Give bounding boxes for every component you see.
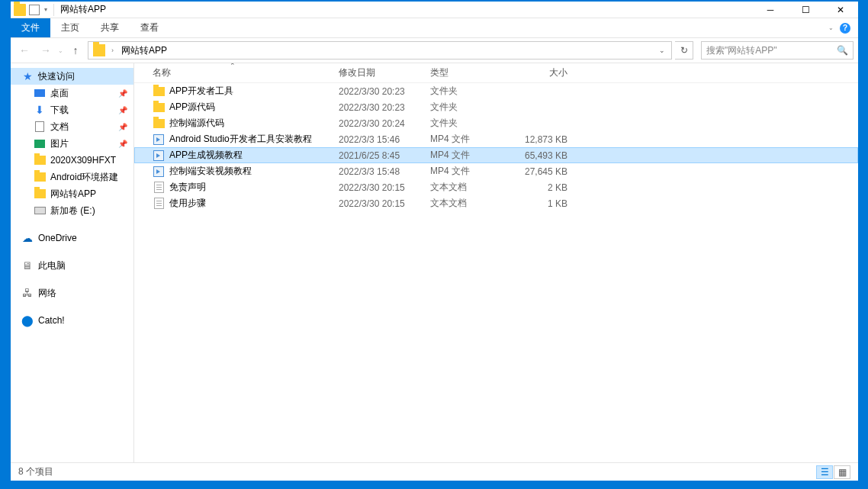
folder-icon: [34, 188, 46, 200]
file-type: 文本文档: [427, 181, 517, 194]
refresh-button[interactable]: ↻: [675, 41, 693, 60]
file-date: 2022/3/30 20:15: [336, 182, 427, 193]
file-name: Android Studio开发者工具安装教程: [169, 133, 312, 146]
file-size: 65,493 KB: [517, 150, 571, 161]
up-button[interactable]: ↑: [66, 41, 85, 60]
chevron-right-icon[interactable]: ›: [108, 47, 117, 54]
file-row[interactable]: 免责声明2022/3/30 20:15文本文档2 KB: [134, 179, 858, 195]
file-date: 2022/3/30 20:23: [336, 102, 427, 113]
address-dropdown-icon[interactable]: ⌄: [654, 47, 670, 54]
item-count: 8 个项目: [18, 465, 53, 478]
catch-icon: ⬤: [21, 314, 34, 327]
breadcrumb[interactable]: › 网站转APP ⌄: [88, 41, 672, 60]
col-date[interactable]: 修改日期: [336, 66, 427, 79]
explorer-window: ▾ 网站转APP ─ ☐ ✕ 文件 主页 共享 查看 ⌄ ? ← → ⌄ ↑ ›…: [9, 0, 860, 482]
file-type: 文本文档: [427, 197, 517, 210]
sidebar-item-desktop[interactable]: 桌面📌: [11, 85, 133, 101]
sidebar-item-downloads[interactable]: ⬇下载📌: [11, 101, 133, 118]
minimize-button[interactable]: ─: [753, 2, 788, 18]
search-placeholder: 搜索"网站转APP": [706, 44, 777, 57]
search-input[interactable]: 搜索"网站转APP" 🔍: [701, 41, 854, 60]
sidebar-thispc[interactable]: 🖥此电脑: [11, 257, 133, 274]
file-row[interactable]: 控制端源代码2022/3/30 20:24文件夹: [134, 115, 858, 131]
folder-icon: [14, 4, 26, 16]
body: ★ 快速访问 桌面📌 ⬇下载📌 文档📌 图片📌 2020X309HFXT And…: [11, 63, 858, 462]
tab-home[interactable]: 主页: [50, 18, 90, 37]
sidebar-network[interactable]: 🖧网络: [11, 285, 133, 301]
view-details-icon[interactable]: ☰: [816, 465, 833, 479]
sidebar-item[interactable]: 网站转APP: [11, 185, 133, 202]
file-row[interactable]: APP生成视频教程2021/6/25 8:45MP4 文件65,493 KB: [134, 147, 858, 163]
file-name: APP源代码: [169, 101, 215, 114]
file-name: 控制端安装视频教程: [169, 165, 252, 178]
file-size: 12,873 KB: [517, 134, 571, 145]
file-row[interactable]: Android Studio开发者工具安装教程2022/3/3 15:46MP4…: [134, 131, 858, 147]
ribbon-right: ⌄ ?: [827, 18, 858, 37]
file-row[interactable]: 使用步骤2022/3/30 20:15文本文档1 KB: [134, 195, 858, 211]
file-name: 使用步骤: [169, 197, 206, 210]
pc-icon: 🖥: [21, 259, 34, 272]
file-date: 2022/3/3 15:46: [336, 134, 427, 145]
file-type: MP4 文件: [427, 165, 517, 178]
file-tab[interactable]: 文件: [11, 18, 50, 37]
maximize-button[interactable]: ☐: [788, 2, 823, 18]
document-icon: [34, 121, 46, 133]
forward-button[interactable]: →: [37, 41, 55, 60]
col-type[interactable]: 类型: [427, 66, 517, 79]
sidebar-item[interactable]: Android环境搭建: [11, 169, 133, 185]
tab-share[interactable]: 共享: [90, 18, 130, 37]
file-type: 文件夹: [427, 85, 517, 98]
file-name: 免责声明: [169, 181, 206, 194]
statusbar: 8 个项目 ☰ ▦: [11, 462, 858, 481]
quick-access-toolbar: ▾: [11, 4, 50, 16]
sidebar-onedrive[interactable]: ☁OneDrive: [11, 230, 133, 246]
file-date: 2021/6/25 8:45: [336, 150, 427, 161]
nav-sidebar: ★ 快速访问 桌面📌 ⬇下载📌 文档📌 图片📌 2020X309HFXT And…: [11, 63, 134, 462]
history-dropdown-icon[interactable]: ⌄: [58, 47, 63, 54]
picture-icon: [34, 137, 46, 150]
view-switcher: ☰ ▦: [816, 465, 850, 479]
folder-icon: [93, 44, 105, 56]
qat-dropdown-icon[interactable]: ▾: [44, 6, 47, 13]
window-controls: ─ ☐ ✕: [753, 2, 858, 18]
sidebar-item-pictures[interactable]: 图片📌: [11, 135, 133, 152]
file-type: MP4 文件: [427, 133, 517, 146]
file-row[interactable]: 控制端安装视频教程2022/3/3 15:48MP4 文件27,645 KB: [134, 163, 858, 179]
col-name[interactable]: 名称: [149, 66, 336, 79]
folder-icon: [153, 85, 165, 98]
search-icon: 🔍: [837, 45, 848, 56]
download-icon: ⬇: [34, 104, 46, 116]
file-name: APP生成视频教程: [169, 149, 243, 162]
file-date: 2022/3/30 20:23: [336, 86, 427, 97]
pin-icon: 📌: [118, 89, 127, 98]
folder-icon: [153, 117, 165, 130]
ribbon-expand-icon[interactable]: ⌄: [828, 24, 834, 31]
sidebar-item-documents[interactable]: 文档📌: [11, 118, 133, 135]
sidebar-quick-access[interactable]: ★ 快速访问: [11, 68, 133, 85]
view-large-icon[interactable]: ▦: [834, 465, 850, 479]
sidebar-item[interactable]: 2020X309HFXT: [11, 152, 133, 169]
sidebar-catch[interactable]: ⬤Catch!: [11, 312, 133, 329]
back-button[interactable]: ←: [15, 41, 34, 60]
file-size: 1 KB: [517, 198, 571, 209]
breadcrumb-segment[interactable]: 网站转APP: [117, 42, 172, 59]
address-bar: ← → ⌄ ↑ › 网站转APP ⌄ ↻ 搜索"网站转APP" 🔍: [11, 37, 858, 63]
col-size[interactable]: 大小: [517, 66, 571, 79]
separator: [53, 4, 54, 16]
tab-view[interactable]: 查看: [130, 18, 169, 37]
onedrive-icon: ☁: [21, 232, 34, 244]
mp4-icon: [153, 150, 165, 162]
txt-icon: [153, 198, 165, 210]
file-date: 2022/3/3 15:48: [336, 166, 427, 177]
file-row[interactable]: APP开发者工具2022/3/30 20:23文件夹: [134, 83, 858, 99]
file-list: ⌃ 名称 修改日期 类型 大小 APP开发者工具2022/3/30 20:23文…: [134, 63, 858, 462]
close-button[interactable]: ✕: [823, 2, 858, 18]
sidebar-item-drive[interactable]: 新加卷 (E:): [11, 202, 133, 219]
file-date: 2022/3/30 20:24: [336, 118, 427, 129]
file-row[interactable]: APP源代码2022/3/30 20:23文件夹: [134, 99, 858, 115]
properties-icon[interactable]: [29, 5, 40, 15]
help-icon[interactable]: ?: [840, 23, 850, 34]
star-icon: ★: [21, 70, 34, 82]
titlebar[interactable]: ▾ 网站转APP ─ ☐ ✕: [11, 2, 858, 18]
file-size: 27,645 KB: [517, 166, 571, 177]
